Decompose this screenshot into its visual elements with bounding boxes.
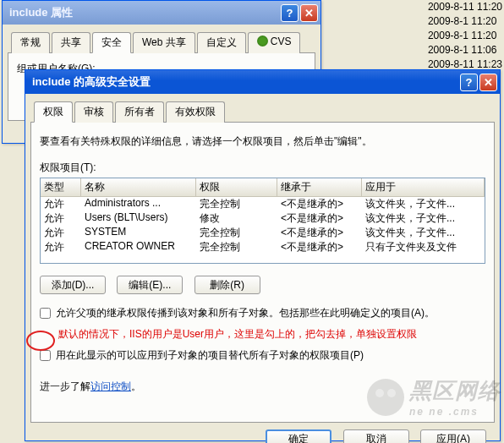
properties-tabstrip: 常规 共享 安全 Web 共享 自定义 CVS <box>8 31 315 53</box>
replace-checkbox[interactable] <box>40 350 51 361</box>
inherit-label: 允许父项的继承权限传播到该对象和所有子对象。包括那些在此明确定义的项目(A)。 <box>56 306 485 320</box>
remove-button[interactable]: 删除(R) <box>194 276 260 294</box>
titlebar-advanced[interactable]: include 的高级安全设置 ? ✕ <box>25 70 500 94</box>
ok-button[interactable]: 确定 <box>266 429 331 443</box>
edit-button[interactable]: 编辑(E)... <box>117 276 183 294</box>
tab-sharing[interactable]: 共享 <box>52 32 90 53</box>
background-date-list: 2009-8-11 11:20 2009-8-1 11:20 2009-8-1 … <box>428 0 502 72</box>
list-header: 类型 名称 权限 继承于 应用于 <box>41 178 485 197</box>
window-title: include 的高级安全设置 <box>32 74 151 90</box>
help-button[interactable]: ? <box>281 4 299 22</box>
titlebar-properties[interactable]: include 属性 ? ✕ <box>3 1 320 25</box>
tab-owner[interactable]: 所有者 <box>115 101 164 123</box>
access-control-link[interactable]: 访问控制 <box>90 380 131 392</box>
watermark: 黑区网络 ne ne .cms <box>367 376 501 418</box>
tab-websharing[interactable]: Web 共享 <box>133 32 195 53</box>
cvs-icon <box>257 36 268 46</box>
tab-permissions[interactable]: 权限 <box>34 101 73 123</box>
replace-checkbox-row: 用在此显示的可以应用到子对象的项目替代所有子对象的权限项目(P) <box>40 348 485 363</box>
permission-buttons: 添加(D)... 编辑(E)... 删除(R) <box>40 276 485 294</box>
tab-security[interactable]: 安全 <box>92 32 131 53</box>
dialog-buttons: 确定 取消 应用(A) <box>25 429 491 443</box>
close-button[interactable]: ✕ <box>300 4 318 22</box>
table-row[interactable]: 允许CREATOR OWNER完全控制<不是继承的>只有子文件夹及文件 <box>41 240 485 254</box>
replace-label: 用在此显示的可以应用到子对象的项目替代所有子对象的权限项目(P) <box>56 348 485 363</box>
watermark-logo-icon <box>367 379 404 416</box>
window-title: include 属性 <box>9 5 73 20</box>
help-button[interactable]: ? <box>460 74 478 91</box>
add-button[interactable]: 添加(D)... <box>40 276 106 294</box>
inherit-checkbox-row: 允许父项的继承权限传播到该对象和所有子对象。包括那些在此明确定义的项目(A)。 <box>40 306 485 320</box>
inherit-checkbox[interactable] <box>40 308 51 319</box>
table-row[interactable]: 允许Administrators ...完全控制<不是继承的>该文件夹，子文件.… <box>41 197 485 211</box>
tab-auditing[interactable]: 审核 <box>74 101 113 123</box>
annotation-text: 默认的情况下，IIS的用户是User用户，这里是勾上的，把勾去掉，单独设置权限 <box>58 327 485 342</box>
table-row[interactable]: 允许SYSTEM完全控制<不是继承的>该文件夹，子文件... <box>41 226 485 240</box>
cancel-button[interactable]: 取消 <box>343 429 409 443</box>
tab-effective[interactable]: 有效权限 <box>166 101 225 123</box>
tab-general[interactable]: 常规 <box>11 32 50 53</box>
tab-cvs[interactable]: CVS <box>248 32 301 53</box>
permissions-list[interactable]: 类型 名称 权限 继承于 应用于 允许Administrators ...完全控… <box>40 178 485 264</box>
list-label: 权限项目(T): <box>40 161 485 175</box>
advanced-tabstrip: 权限 审核 所有者 有效权限 <box>30 101 495 123</box>
apply-button[interactable]: 应用(A) <box>420 429 486 443</box>
close-button[interactable]: ✕ <box>479 74 497 91</box>
tab-customize[interactable]: 自定义 <box>197 32 246 53</box>
intro-text: 要查看有关特殊权限的详细信息，请选择一个权限项目，然后单击"编辑"。 <box>40 134 485 149</box>
table-row[interactable]: 允许Users (BLT\Users)修改<不是继承的>该文件夹，子文件... <box>41 211 485 226</box>
